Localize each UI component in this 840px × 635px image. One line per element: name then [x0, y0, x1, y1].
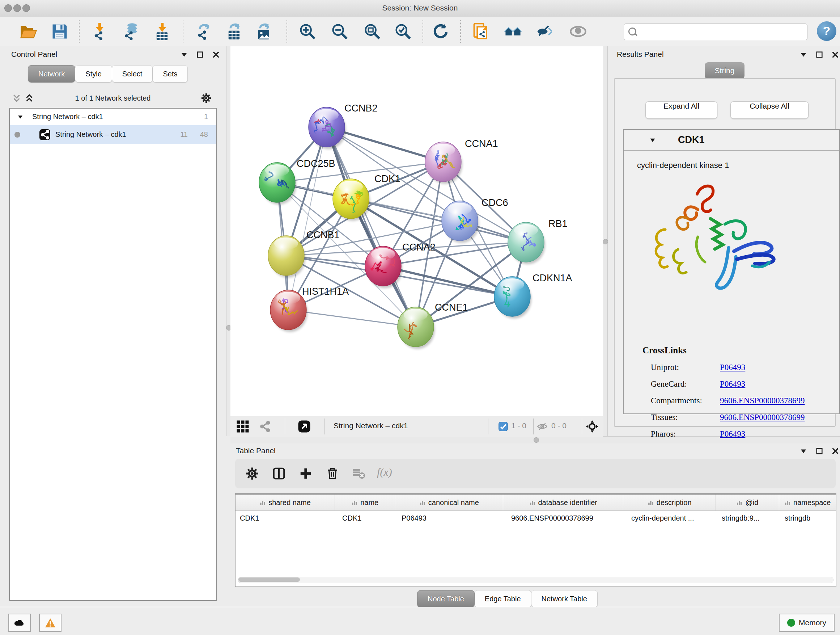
crosslink-label: GeneCard:: [651, 379, 716, 389]
node-label-RB1: RB1: [548, 218, 568, 229]
panel-menu-icon[interactable]: [799, 447, 807, 455]
tab-sets[interactable]: Sets: [153, 65, 188, 82]
float-panel-icon[interactable]: [815, 447, 823, 455]
export-image-icon[interactable]: [255, 22, 273, 41]
network-label: String Network – cdk1: [55, 130, 126, 139]
control-panel-title: Control Panel: [11, 50, 57, 59]
scrollbar-thumb[interactable]: [238, 578, 300, 582]
search-input[interactable]: [641, 25, 805, 38]
column-header[interactable]: name: [335, 494, 395, 510]
collection-expand-icon[interactable]: [17, 114, 24, 120]
tab-node-table[interactable]: Node Table: [417, 590, 475, 608]
node-label-CCNB2: CCNB2: [344, 103, 378, 114]
open-session-icon[interactable]: [19, 22, 38, 41]
column-header[interactable]: namespace: [779, 494, 836, 510]
splitter-handle[interactable]: [603, 239, 608, 244]
hidden-node-edge-counts: 0 - 0: [551, 421, 567, 430]
import-database-icon[interactable]: [122, 22, 141, 41]
panel-menu-icon[interactable]: [180, 51, 188, 59]
memory-button[interactable]: Memory: [779, 614, 835, 632]
zoom-in-icon[interactable]: [298, 22, 317, 41]
tab-string[interactable]: String: [705, 62, 745, 79]
save-session-icon[interactable]: [50, 22, 69, 41]
network-canvas[interactable]: CCNB2CCNA1CDC25BCDK1CDC6RB1CCNB1CCNA2CDK…: [231, 46, 603, 416]
show-columns-icon[interactable]: [272, 467, 286, 480]
tab-edge-table[interactable]: Edge Table: [475, 590, 531, 608]
tab-select[interactable]: Select: [112, 65, 153, 82]
cloud-status-button[interactable]: [8, 614, 31, 632]
float-panel-icon[interactable]: [815, 51, 823, 59]
table-row[interactable]: CDK1 CDK1 P06493 9606.ENSP00000378699 cy…: [235, 511, 836, 527]
network-node-RB1[interactable]: RB1: [508, 218, 568, 264]
clone-network-icon[interactable]: [472, 22, 491, 41]
birds-eye-view-icon[interactable]: [586, 420, 598, 432]
crosslink-link[interactable]: P06493: [720, 363, 745, 372]
zoom-fit-icon[interactable]: [363, 22, 382, 41]
close-panel-icon[interactable]: [831, 447, 839, 455]
crosslink-link[interactable]: 9606.ENSP00000378699: [720, 396, 805, 405]
memory-label: Memory: [799, 618, 826, 627]
export-table-icon[interactable]: [225, 22, 244, 41]
close-panel-icon[interactable]: [212, 51, 220, 59]
network-node-CDC6[interactable]: CDC6: [442, 197, 508, 243]
column-header[interactable]: database identifier: [503, 494, 623, 510]
panel-menu-icon[interactable]: [799, 51, 807, 59]
splitter-handle[interactable]: [534, 437, 539, 443]
separator: [533, 418, 534, 434]
hidden-eye-icon[interactable]: [537, 421, 548, 432]
column-header[interactable]: @id: [716, 494, 779, 510]
selected-checkbox-icon[interactable]: [498, 421, 508, 432]
cell-name: CDK1: [335, 511, 395, 527]
crosslink-link[interactable]: P06493: [720, 379, 745, 389]
protein-header[interactable]: CDK1: [624, 130, 839, 151]
expand-all-button[interactable]: Expand All: [645, 101, 717, 119]
results-panel: Results Panel String Expand All Collapse…: [608, 46, 840, 436]
collapse-section-icon[interactable]: [649, 136, 656, 144]
network-selection-status: 1 of 1 Network selected: [9, 94, 217, 103]
collapse-all-button[interactable]: Collapse All: [730, 101, 808, 119]
network-collection-row[interactable]: String Network – cdk1 1: [10, 109, 216, 125]
string-home-icon[interactable]: [504, 22, 523, 41]
network-options-gear-icon[interactable]: [201, 93, 212, 103]
detach-view-icon[interactable]: [298, 420, 311, 433]
crosslink-link[interactable]: P06493: [720, 429, 745, 439]
zoom-selected-icon[interactable]: [393, 22, 412, 41]
right-splitter[interactable]: [603, 46, 608, 436]
table-options-gear-icon[interactable]: [245, 467, 259, 480]
import-network-icon[interactable]: [90, 22, 109, 41]
network-row-selected[interactable]: String Network – cdk1 11 48: [10, 125, 216, 144]
import-table-icon[interactable]: [153, 22, 172, 41]
network-node-CDKN1A[interactable]: CDKN1A: [490, 272, 572, 318]
export-network-icon[interactable]: [194, 22, 213, 41]
network-node-CCNA1[interactable]: CCNA1: [425, 138, 498, 184]
tab-style[interactable]: Style: [75, 65, 112, 82]
refresh-icon[interactable]: [431, 22, 450, 41]
network-node-CDK1[interactable]: CDK1: [333, 173, 401, 222]
network-node-HIST1H1A[interactable]: HIST1H1A: [270, 286, 349, 332]
view-network-icon[interactable]: [258, 420, 271, 433]
close-panel-icon[interactable]: [831, 51, 839, 59]
help-button[interactable]: ?: [817, 21, 836, 41]
tab-network[interactable]: Network: [28, 65, 75, 82]
float-panel-icon[interactable]: [196, 51, 204, 59]
crosslink-link[interactable]: 9606.ENSP00000378699: [720, 413, 805, 422]
add-column-icon[interactable]: [299, 467, 313, 480]
hide-panel-eye-icon[interactable]: [535, 22, 554, 41]
network-node-CCNB2[interactable]: CCNB2: [306, 103, 378, 149]
column-header[interactable]: description: [623, 494, 716, 510]
view-grid-icon[interactable]: [236, 420, 249, 433]
application-window: Session: New Session ? Control Panel: [0, 0, 840, 635]
table-horizontal-scrollbar[interactable]: [238, 577, 834, 583]
title-bar: Session: New Session: [0, 0, 840, 17]
tab-network-table[interactable]: Network Table: [531, 590, 598, 608]
column-header[interactable]: shared name: [235, 494, 335, 510]
zoom-out-icon[interactable]: [330, 22, 349, 41]
warnings-button[interactable]: [39, 614, 62, 632]
horizontal-splitter[interactable]: [231, 436, 840, 444]
column-header[interactable]: canonical name: [395, 494, 503, 510]
protein-description: cyclin-dependent kinase 1: [637, 161, 729, 170]
delete-column-trash-icon[interactable]: [325, 467, 339, 480]
function-builder-icon: f(x): [377, 466, 392, 478]
network-node-CCNE1[interactable]: CCNE1: [398, 302, 468, 349]
show-panel-eye-icon[interactable]: [569, 22, 587, 41]
